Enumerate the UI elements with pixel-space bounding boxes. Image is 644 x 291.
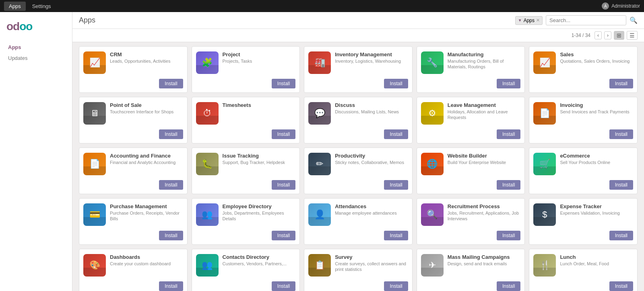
app-card: ✈ Mass Mailing Campaigns Design, send an…: [417, 249, 525, 291]
sidebar-item-updates[interactable]: Updates: [0, 53, 72, 64]
app-desc: Jobs, Departments, Employees Details: [223, 210, 296, 222]
app-card-footer: Install: [192, 127, 300, 143]
install-button[interactable]: Install: [159, 79, 183, 88]
install-button[interactable]: Install: [497, 231, 520, 240]
app-card-body: 🐛 Issue Tracking Support, Bug Tracker, H…: [192, 148, 300, 178]
app-info: Recruitment Process Jobs, Recruitment, A…: [448, 203, 521, 222]
view-controls: 1-34 / 34 ‹ › ⊞ ☰: [72, 29, 644, 42]
app-card-footer: Install: [79, 127, 187, 143]
app-card: $ Expense Tracker Expenses Validation, I…: [529, 198, 638, 245]
app-desc: Holidays, Allocation and Leave Requests: [448, 109, 521, 121]
app-card: 📈 CRM Leads, Opportunities, Activities I…: [79, 46, 188, 93]
app-name: Discuss: [335, 102, 408, 108]
install-button[interactable]: Install: [384, 281, 408, 291]
app-card-footer: Install: [417, 127, 525, 143]
install-button[interactable]: Install: [609, 281, 633, 291]
app-card: ⚙ Leave Management Holidays, Allocation …: [417, 97, 525, 143]
filter-tag[interactable]: ▼ Apps ✕: [515, 16, 543, 25]
app-icon: 📈: [533, 51, 556, 74]
app-card-footer: Install: [79, 228, 187, 244]
install-button[interactable]: Install: [609, 180, 633, 190]
install-button[interactable]: Install: [497, 180, 520, 190]
app-info: Employee Directory Jobs, Departments, Em…: [223, 203, 296, 222]
app-name: CRM: [110, 51, 183, 57]
app-info: Invoicing Send Invoices and Track Paymen…: [560, 102, 633, 115]
app-icon: 🔍: [421, 203, 444, 226]
sidebar-item-apps[interactable]: Apps: [0, 42, 72, 53]
install-button[interactable]: Install: [159, 281, 183, 291]
app-info: Timesheets: [223, 102, 296, 109]
install-button[interactable]: Install: [609, 129, 633, 139]
app-card: 💳 Purchase Management Purchase Orders, R…: [79, 198, 188, 245]
filter-icon: ▼: [518, 18, 522, 23]
app-card: 👤 Attendances Manage employee attendance…: [304, 198, 413, 245]
install-button[interactable]: Install: [384, 231, 408, 240]
app-icon: 🍴: [533, 254, 556, 277]
next-page-btn[interactable]: ›: [604, 31, 611, 39]
app-info: Contacts Directory Customers, Vendors, P…: [223, 254, 296, 266]
app-card-footer: Install: [79, 76, 187, 92]
app-card-body: $ Expense Tracker Expenses Validation, I…: [529, 199, 637, 228]
app-info: Lunch Lunch Order, Meal, Food: [560, 254, 633, 266]
install-button[interactable]: Install: [272, 281, 295, 291]
app-card-footer: Install: [417, 279, 525, 291]
install-button[interactable]: Install: [609, 231, 633, 240]
search-input[interactable]: [546, 15, 626, 25]
install-button[interactable]: Install: [384, 79, 408, 88]
app-info: Issue Tracking Support, Bug Tracker, Hel…: [223, 153, 296, 165]
filter-remove-btn[interactable]: ✕: [536, 18, 540, 23]
app-card-footer: Install: [529, 127, 637, 143]
list-view-btn[interactable]: ☰: [627, 31, 638, 40]
app-card-footer: Install: [304, 178, 412, 194]
app-info: Website Builder Build Your Enterprise We…: [448, 153, 521, 165]
app-desc: Expenses Validation, Invoicing: [560, 210, 633, 216]
app-card: ⏱ Timesheets Install: [192, 97, 300, 143]
app-desc: Lunch Order, Meal, Food: [560, 261, 633, 266]
app-card-body: 👥 Contacts Directory Customers, Vendors,…: [192, 249, 300, 279]
install-button[interactable]: Install: [159, 231, 183, 240]
install-button[interactable]: Install: [497, 281, 520, 291]
install-button[interactable]: Install: [272, 129, 295, 139]
app-card: 🛒 eCommerce Sell Your Products Online In…: [529, 148, 638, 194]
app-card-body: ⚙ Leave Management Holidays, Allocation …: [417, 97, 525, 127]
app-desc: Manufacturing Orders, Bill of Materials,…: [448, 58, 521, 70]
install-button[interactable]: Install: [272, 79, 295, 88]
app-info: Productivity Sticky notes, Collaborative…: [335, 153, 408, 165]
app-info: Manufacturing Manufacturing Orders, Bill…: [448, 51, 521, 70]
app-card-body: ✏ Productivity Sticky notes, Collaborati…: [304, 148, 412, 178]
install-button[interactable]: Install: [272, 231, 295, 240]
app-icon: 📄: [83, 153, 106, 175]
install-button[interactable]: Install: [497, 79, 520, 88]
top-nav-right: A Administrator: [602, 2, 640, 10]
app-desc: Create your custom dashboard: [110, 261, 183, 266]
app-info: Inventory Management Inventory, Logistic…: [335, 51, 408, 64]
app-card-footer: Install: [417, 178, 525, 194]
admin-avatar: A: [602, 2, 609, 10]
prev-page-btn[interactable]: ‹: [594, 31, 602, 39]
install-button[interactable]: Install: [159, 129, 183, 139]
install-button[interactable]: Install: [384, 180, 408, 190]
app-name: Website Builder: [448, 153, 521, 159]
app-info: Mass Mailing Campaigns Design, send and …: [448, 254, 521, 266]
top-nav-settings[interactable]: Settings: [27, 2, 56, 11]
install-button[interactable]: Install: [272, 180, 295, 190]
app-icon: 📄: [533, 102, 556, 125]
app-card-footer: Install: [529, 76, 637, 92]
app-name: Expense Tracker: [560, 203, 633, 209]
app-card: 🧩 Project Projects, Tasks Install: [192, 46, 300, 93]
install-button[interactable]: Install: [159, 180, 183, 190]
search-button[interactable]: 🔍: [630, 16, 638, 24]
grid-view-btn[interactable]: ⊞: [614, 31, 624, 40]
install-button[interactable]: Install: [384, 129, 408, 139]
app-info: CRM Leads, Opportunities, Activities: [110, 51, 183, 64]
install-button[interactable]: Install: [497, 129, 520, 139]
install-button[interactable]: Install: [609, 79, 633, 88]
app-desc: Jobs, Recruitment, Applications, Job Int…: [448, 210, 521, 222]
app-card-footer: Install: [529, 178, 637, 194]
app-name: Contacts Directory: [223, 254, 296, 260]
app-icon: 👥: [196, 203, 219, 226]
app-name: Mass Mailing Campaigns: [448, 254, 521, 260]
top-nav-apps[interactable]: Apps: [4, 2, 26, 11]
app-card: 🐛 Issue Tracking Support, Bug Tracker, H…: [192, 148, 300, 194]
app-card: 👥 Employee Directory Jobs, Departments, …: [192, 198, 300, 245]
